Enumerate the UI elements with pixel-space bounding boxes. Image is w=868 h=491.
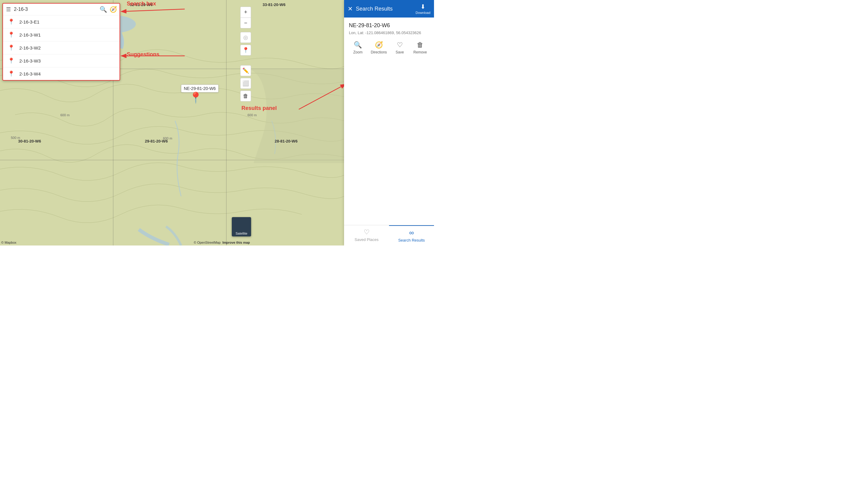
search-results-label: Search Results xyxy=(398,238,425,242)
hamburger-menu-button[interactable]: ☰ xyxy=(5,5,11,13)
download-label: Download xyxy=(415,11,430,15)
contour-600-3: 600 m xyxy=(163,137,172,140)
suggestion-label-1: 2-16-3-E1 xyxy=(19,19,39,25)
suggestion-item-3[interactable]: 📍 2-16-3-W2 xyxy=(3,41,120,54)
zoom-out-button[interactable]: − xyxy=(240,18,251,28)
search-results-tab[interactable]: ∞ Search Results xyxy=(389,225,434,246)
directions-action-icon: 🧭 xyxy=(375,41,383,49)
location-button[interactable]: ◎ xyxy=(240,32,251,43)
search-input[interactable] xyxy=(14,7,97,12)
contour-600-2: 600 m xyxy=(247,113,257,117)
save-action-button[interactable]: ♡ Save xyxy=(392,41,407,54)
saved-places-label: Saved Places xyxy=(354,237,379,242)
suggestion-label-2: 2-16-3-W1 xyxy=(19,32,41,37)
panel-header: ✕ Search Results ⬇ Download xyxy=(344,0,434,18)
save-action-label: Save xyxy=(396,50,404,54)
osm-attribution: © OpenStreetMap Improve this map xyxy=(194,241,251,244)
contour-500-2: 500 m xyxy=(11,136,20,140)
suggestions-dropdown: 📍 2-16-3-E1 📍 2-16-3-W1 📍 2-16-3-W2 📍 2-… xyxy=(3,15,120,80)
annotation-results: Results panel xyxy=(242,105,277,111)
panel-title: Search Results xyxy=(356,6,412,12)
suggestion-pin-icon-5: 📍 xyxy=(8,70,14,77)
results-panel: ✕ Search Results ⬇ Download NE-29-81-20-… xyxy=(344,0,434,246)
grid-label-33: 33-81-20-W6 xyxy=(262,2,285,7)
annotation-suggestions: Suggestions xyxy=(127,51,159,58)
rectangle-button[interactable]: ⬜ xyxy=(240,78,251,89)
suggestion-pin-icon-4: 📍 xyxy=(8,57,14,64)
remove-action-icon: 🗑 xyxy=(417,41,424,49)
suggestion-item-5[interactable]: 📍 2-16-3-W4 xyxy=(3,67,120,80)
directions-action-button[interactable]: 🧭 Directions xyxy=(371,41,386,54)
result-coordinates: Lon, Lat: -121.086461869, 56.054323626 xyxy=(349,30,429,35)
mapbox-attribution: © Mapbox xyxy=(1,241,16,244)
remove-action-label: Remove xyxy=(413,50,427,54)
action-buttons: 🔍 Zoom 🧭 Directions ♡ Save 🗑 Remove xyxy=(349,41,429,54)
annotation-search-box: Search box xyxy=(127,1,156,7)
panel-footer: ♡ Saved Places ∞ Search Results xyxy=(344,225,434,246)
satellite-label: Satellite xyxy=(236,232,247,235)
grid-label-30: 30-81-20-W6 xyxy=(18,139,41,143)
map-pin-icon: 📍 xyxy=(189,92,218,103)
suggestion-pin-icon-1: 📍 xyxy=(8,19,14,25)
search-button[interactable]: 🔍 xyxy=(100,6,107,13)
save-action-icon: ♡ xyxy=(397,41,403,49)
panel-close-button[interactable]: ✕ xyxy=(348,5,353,12)
suggestion-label-3: 2-16-3-W2 xyxy=(19,45,41,51)
suggestion-item-2[interactable]: 📍 2-16-3-W1 xyxy=(3,28,120,41)
saved-places-tab[interactable]: ♡ Saved Places xyxy=(344,225,389,246)
suggestion-label-5: 2-16-3-W4 xyxy=(19,71,41,77)
remove-action-button[interactable]: 🗑 Remove xyxy=(412,41,428,54)
suggestion-label-4: 2-16-3-W3 xyxy=(19,58,41,63)
saved-places-icon: ♡ xyxy=(364,228,370,236)
directions-action-label: Directions xyxy=(371,50,386,54)
map-zoom-controls: + − xyxy=(240,7,251,28)
zoom-action-label: Zoom xyxy=(353,50,363,54)
delete-button[interactable]: 🗑 xyxy=(240,91,251,102)
zoom-action-button[interactable]: 🔍 Zoom xyxy=(350,41,366,54)
download-icon: ⬇ xyxy=(421,3,426,10)
suggestion-pin-icon-3: 📍 xyxy=(8,45,14,51)
search-box: ☰ 🔍 🧭 📍 2-16-3-E1 📍 2-16-3-W1 📍 2-16-3-W… xyxy=(2,3,120,81)
suggestion-item-4[interactable]: 📍 2-16-3-W3 xyxy=(3,54,120,67)
directions-button[interactable]: 🧭 xyxy=(110,6,117,13)
contour-600-1: 600 m xyxy=(60,113,70,117)
suggestion-item-1[interactable]: 📍 2-16-3-E1 xyxy=(3,16,120,28)
pin-button[interactable]: 📍 xyxy=(240,45,251,56)
edit-button[interactable]: ✏️ xyxy=(240,65,251,76)
zoom-action-icon: 🔍 xyxy=(354,41,362,49)
satellite-toggle[interactable]: Satellite xyxy=(232,217,251,236)
result-title: NE-29-81-20-W6 xyxy=(349,22,429,29)
map-pin[interactable]: NE-29-81-20-W6 📍 xyxy=(187,85,218,103)
map-location-controls: ◎ 📍 xyxy=(240,32,251,56)
panel-download-button[interactable]: ⬇ Download xyxy=(415,3,430,15)
grid-label-28: 28-81-20-W6 xyxy=(275,139,298,143)
suggestion-pin-icon-2: 📍 xyxy=(8,31,14,38)
panel-content: NE-29-81-20-W6 Lon, Lat: -121.086461869,… xyxy=(344,18,434,225)
zoom-in-button[interactable]: + xyxy=(240,7,251,18)
search-results-icon: ∞ xyxy=(409,229,414,237)
map-drawing-controls: ✏️ ⬜ 🗑 xyxy=(240,65,251,102)
